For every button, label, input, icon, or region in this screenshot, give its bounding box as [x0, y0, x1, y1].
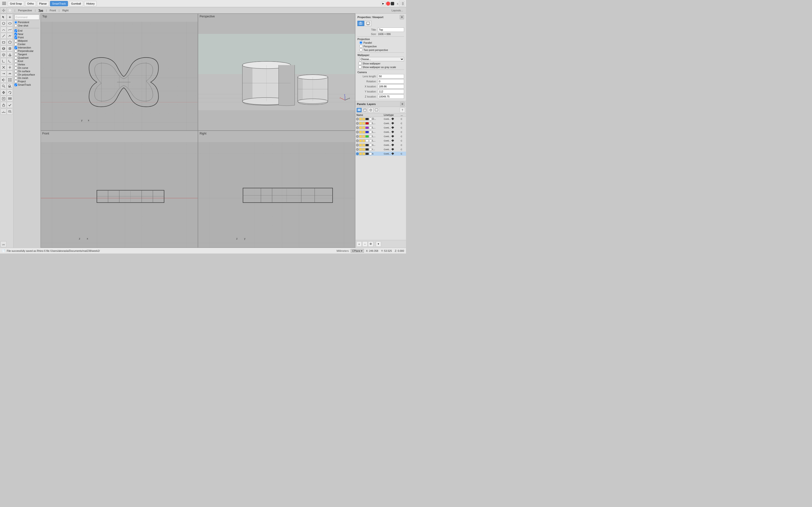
- front-viewport-svg[interactable]: z x: [41, 131, 198, 247]
- panels-gear[interactable]: ⚙: [400, 102, 405, 106]
- layer-row[interactable]: s Conti... C: [355, 152, 406, 156]
- title-input[interactable]: [379, 28, 403, 31]
- tangent-checkbox[interactable]: [14, 53, 17, 56]
- show-wallpaper-checkbox[interactable]: [358, 62, 361, 65]
- layer-material-icon[interactable]: [362, 126, 365, 129]
- display-layers-icon[interactable]: [374, 108, 379, 113]
- annotation-tool[interactable]: [7, 109, 13, 115]
- grid-snap-button[interactable]: Grid Snap: [8, 1, 24, 6]
- history-button[interactable]: History: [84, 1, 97, 6]
- point-checkbox[interactable]: [14, 36, 17, 39]
- command-input[interactable]: Command: [14, 14, 39, 20]
- tab-front[interactable]: Front: [48, 8, 58, 12]
- layer-color-swatch[interactable]: [365, 153, 369, 155]
- layer-lock-icon[interactable]: [359, 152, 362, 155]
- front-viewport[interactable]: Front z x: [41, 131, 198, 248]
- layer-color-swatch[interactable]: [365, 131, 369, 133]
- layer-lock-icon[interactable]: [359, 126, 362, 129]
- layer-lock-icon[interactable]: [359, 139, 362, 142]
- rotation-input[interactable]: [379, 80, 403, 83]
- layer-row[interactable]: L... Conti... C: [355, 138, 406, 143]
- planar-button[interactable]: Planar: [37, 1, 49, 6]
- cylinder-tool[interactable]: [7, 45, 13, 51]
- layer-print-icon[interactable]: [369, 126, 372, 129]
- layer-row[interactable]: L... Conti... C: [355, 130, 406, 134]
- lens-length-input[interactable]: [379, 75, 403, 78]
- point-tool[interactable]: [7, 14, 13, 20]
- on-mesh-checkbox[interactable]: [14, 77, 17, 79]
- layer-row[interactable]: L... Conti... C: [355, 134, 406, 138]
- layer-print-icon[interactable]: [369, 118, 372, 120]
- y-location-input[interactable]: [379, 90, 403, 93]
- layer-lock-icon[interactable]: [359, 131, 362, 133]
- ellipse-tool[interactable]: [7, 20, 13, 26]
- properties-gear[interactable]: ⚙: [400, 15, 404, 19]
- layer-material-icon[interactable]: [362, 131, 365, 133]
- circle-tool[interactable]: [0, 20, 6, 26]
- layer-visible-dot[interactable]: [356, 131, 359, 133]
- perspective-viewport[interactable]: Perspective: [198, 13, 355, 131]
- layout-icon[interactable]: [362, 108, 367, 113]
- polygon-tool[interactable]: [7, 39, 13, 45]
- vertex-checkbox[interactable]: [14, 63, 17, 66]
- sphere-tool[interactable]: [0, 45, 6, 51]
- x-location-input[interactable]: [379, 85, 403, 88]
- top-viewport-svg[interactable]: y x: [41, 14, 198, 130]
- layer-visible-dot[interactable]: [356, 144, 359, 147]
- object-props-tool[interactable]: [0, 96, 6, 102]
- layouts-link[interactable]: Layouts...: [392, 9, 405, 12]
- persistent-radio[interactable]: [14, 21, 17, 24]
- perspective-viewport-svg[interactable]: z y x: [198, 14, 355, 130]
- layer-lock-icon[interactable]: [359, 122, 362, 125]
- layer-print-icon[interactable]: [369, 148, 372, 151]
- perspective-radio[interactable]: [359, 45, 362, 48]
- layer-tool[interactable]: [7, 96, 13, 102]
- parallel-radio[interactable]: [359, 41, 362, 44]
- status-cplane[interactable]: CPlane ▾: [351, 249, 364, 253]
- chamfer-tool[interactable]: [7, 58, 13, 64]
- layer-color-swatch[interactable]: [365, 139, 369, 142]
- layer-print-icon[interactable]: [369, 122, 372, 125]
- down-arrow-button[interactable]: ▾: [376, 241, 381, 247]
- trim-tool[interactable]: [0, 64, 6, 70]
- layer-row[interactable]: L... Conti... C: [355, 121, 406, 125]
- layer-visible-dot[interactable]: [356, 152, 359, 155]
- play-button[interactable]: ▶: [381, 1, 386, 6]
- sidebar-toggle[interactable]: [1, 1, 7, 6]
- tab-top[interactable]: Top: [37, 8, 45, 12]
- fillet-tool[interactable]: [0, 58, 6, 64]
- layer-material-icon[interactable]: [362, 118, 365, 120]
- add-layer-button[interactable]: +: [356, 241, 362, 247]
- layer-material-icon[interactable]: [362, 144, 365, 147]
- ortho-button[interactable]: Ortho: [25, 1, 36, 6]
- show-gray-checkbox[interactable]: [358, 65, 361, 68]
- offset-tool[interactable]: [7, 70, 13, 76]
- layer-color-swatch[interactable]: [365, 126, 369, 129]
- layer-visible-dot[interactable]: [356, 122, 359, 125]
- layer-color-swatch[interactable]: [365, 118, 369, 120]
- smarttrack-button[interactable]: SmartTrack: [50, 1, 68, 6]
- layer-visible-dot[interactable]: [356, 126, 359, 129]
- dimension-tool[interactable]: [0, 109, 6, 115]
- layer-row[interactable]: D... Conti... C: [355, 117, 406, 121]
- quadrant-checkbox[interactable]: [14, 56, 17, 59]
- right-viewport-svg[interactable]: z y: [198, 131, 355, 247]
- rectangle-tool[interactable]: [0, 39, 6, 45]
- two-point-radio[interactable]: [359, 48, 362, 51]
- on-polysurface-checkbox[interactable]: [14, 73, 17, 76]
- display-icon[interactable]: [365, 21, 371, 26]
- viewport-grid-icon[interactable]: [1, 8, 6, 13]
- layer-row[interactable]: s... Conti... C: [355, 143, 406, 147]
- box-tool[interactable]: [0, 52, 6, 58]
- layer-lock-icon[interactable]: [359, 135, 362, 138]
- line-tool[interactable]: [0, 33, 6, 39]
- layer-visible-dot[interactable]: [356, 135, 359, 138]
- layer-lock-icon[interactable]: [359, 118, 362, 120]
- pan-tool[interactable]: [0, 89, 6, 95]
- layer-lock-icon[interactable]: [359, 148, 362, 151]
- arc-tool[interactable]: [0, 26, 6, 33]
- layer-print-icon[interactable]: [369, 152, 372, 155]
- block-icon[interactable]: [368, 108, 373, 113]
- perpendicular-checkbox[interactable]: [14, 50, 17, 52]
- smarttrack-osnap-checkbox[interactable]: [14, 83, 17, 86]
